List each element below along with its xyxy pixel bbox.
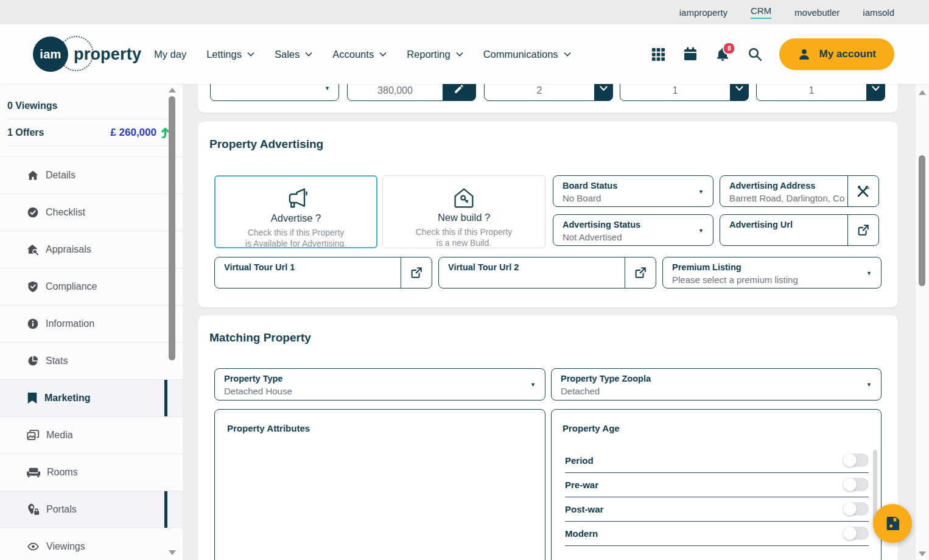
offers-amount: £ 260,000 — [110, 127, 156, 139]
premium-listing-dropdown[interactable]: Premium Listing Please select a premium … — [662, 257, 882, 289]
price-value: 380,000 — [348, 84, 443, 100]
open-virtual-tour-1-button[interactable] — [401, 257, 432, 288]
nav-lettings[interactable]: Lettings — [206, 49, 254, 60]
scroll-up-arrow-icon[interactable] — [169, 88, 176, 93]
scroll-down-arrow-icon[interactable] — [169, 550, 176, 555]
new-build-title: New build ? — [383, 212, 545, 223]
age-row-pre-war: Pre-war — [565, 472, 869, 497]
sidebar-item-marketing[interactable]: Marketing — [0, 380, 183, 417]
sidebar-item-media[interactable]: Media — [0, 417, 183, 454]
price-field[interactable]: 380,000 — [347, 84, 476, 101]
modern-toggle[interactable] — [843, 527, 869, 540]
bathrooms-field[interactable]: 1 — [620, 84, 749, 101]
advertise-checkbox-card[interactable]: Advertise ? Check this if this Property … — [214, 175, 377, 248]
advertising-address-field[interactable]: Advertising Address Barrett Road, Darlin… — [720, 175, 879, 207]
scroll-down-arrow-icon[interactable] — [919, 551, 926, 556]
topbar-link-iamsold[interactable]: iamsold — [863, 7, 894, 18]
collapsed-select-field[interactable]: ▼ — [210, 84, 339, 101]
advertising-status-dropdown[interactable]: Advertising Status Not Advertised ▼ — [553, 214, 713, 246]
external-link-icon — [634, 266, 647, 279]
nav-accounts[interactable]: Accounts — [332, 49, 387, 60]
nav-communications[interactable]: Communications — [483, 49, 571, 60]
map-pin-lock-icon — [27, 503, 40, 516]
sidebar-item-viewings[interactable]: Viewings — [0, 528, 183, 560]
house-search-icon — [27, 243, 39, 256]
virtual-tour-url-2-field[interactable]: Virtual Tour Url 2 — [438, 257, 656, 289]
user-icon — [798, 47, 811, 61]
nav-reporting[interactable]: Reporting — [407, 49, 463, 60]
stepper-dropdown-button[interactable] — [594, 84, 612, 100]
receptions-field[interactable]: 1 — [756, 84, 885, 101]
bedrooms-field[interactable]: 2 — [484, 84, 613, 101]
advertising-url-field[interactable]: Advertising Url — [720, 214, 879, 246]
section-title: Matching Property — [209, 331, 311, 345]
sidebar-menu: Details Checklist Appraisals Compliance … — [0, 156, 183, 560]
my-account-button[interactable]: My account — [779, 38, 894, 70]
pie-chart-icon — [27, 355, 39, 367]
shield-check-icon — [27, 281, 39, 293]
scroll-up-arrow-icon[interactable] — [919, 90, 926, 95]
offers-summary[interactable]: 1 Offers £ 260,000 — [7, 119, 169, 146]
sidebar-item-information[interactable]: Information — [0, 306, 183, 343]
main-nav: My day Lettings Sales Accounts Reporting… — [154, 24, 571, 84]
sidebar-item-compliance[interactable]: Compliance — [0, 268, 183, 306]
topbar-link-movebutler[interactable]: movebutler — [794, 7, 840, 18]
notification-badge: 8 — [723, 42, 735, 55]
iamproperty-logo[interactable]: iam property — [33, 37, 141, 72]
page-scrollbar-thumb[interactable] — [919, 155, 925, 286]
save-button[interactable] — [873, 504, 912, 543]
sidebar-item-rooms[interactable]: Rooms — [0, 454, 183, 491]
calendar-icon[interactable] — [682, 46, 698, 62]
external-link-icon — [410, 266, 423, 279]
sidebar-item-portals[interactable]: Portals — [0, 491, 183, 528]
app-header: iam property My day Lettings Sales Accou… — [0, 24, 929, 84]
apps-grid-icon[interactable] — [650, 46, 666, 62]
address-tools-button[interactable] — [847, 176, 878, 206]
chevron-down-icon — [305, 52, 312, 57]
house-key-icon — [383, 184, 545, 211]
crm-app: iamproperty CRM movebutler iamsold iam p… — [0, 0, 929, 560]
virtual-tour-url-1-field[interactable]: Virtual Tour Url 1 — [214, 257, 432, 289]
sidebar-item-appraisals[interactable]: Appraisals — [0, 231, 183, 268]
sidebar-scrollbar-thumb[interactable] — [169, 96, 175, 360]
header-actions: 8 My account — [650, 24, 894, 84]
topbar-link-crm[interactable]: CRM — [751, 5, 771, 19]
chevron-down-icon — [872, 86, 880, 91]
advertise-description: Check this if this Property is Available… — [216, 227, 376, 249]
logo-circle: iam — [33, 37, 68, 72]
top-bar: iamproperty CRM movebutler iamsold — [0, 0, 929, 24]
sidebar-item-stats[interactable]: Stats — [0, 343, 183, 380]
viewings-summary[interactable]: 0 Viewings — [7, 93, 169, 119]
section-title: Property Advertising — [209, 138, 323, 151]
property-type-zoopla-dropdown[interactable]: Property Type Zoopla Detached ▼ — [551, 368, 882, 401]
stepper-dropdown-button[interactable] — [730, 84, 748, 100]
sidebar-scrollbar[interactable] — [169, 84, 176, 560]
nav-my-day[interactable]: My day — [154, 49, 186, 60]
sidebar-item-checklist[interactable]: Checklist — [0, 194, 183, 231]
topbar-link-iamproperty[interactable]: iamproperty — [679, 7, 727, 18]
age-row-post-war: Post-war — [565, 497, 869, 522]
search-icon[interactable] — [747, 46, 763, 62]
post-war-toggle[interactable] — [843, 502, 869, 516]
logo-wordmark: property — [74, 45, 141, 64]
nav-sales[interactable]: Sales — [275, 49, 312, 60]
open-virtual-tour-2-button[interactable] — [625, 257, 656, 288]
eye-icon — [27, 541, 40, 553]
notifications-bell-icon[interactable]: 8 — [715, 46, 731, 62]
price-edit-button[interactable] — [443, 84, 475, 100]
open-url-button[interactable] — [847, 215, 878, 245]
stepper-dropdown-button[interactable] — [866, 84, 885, 100]
advertise-title: Advertise ? — [216, 212, 376, 224]
page-scrollbar[interactable] — [915, 84, 929, 560]
caret-down-icon: ▼ — [698, 228, 704, 234]
pre-war-toggle[interactable] — [843, 478, 869, 491]
sidebar-item-details[interactable]: Details — [0, 157, 183, 194]
period-toggle[interactable] — [843, 453, 869, 467]
info-icon — [27, 318, 39, 330]
board-status-dropdown[interactable]: Board Status No Board ▼ — [553, 175, 713, 207]
new-build-description: Check this if this Property is a new Bui… — [383, 226, 545, 248]
chevron-down-icon — [735, 86, 743, 91]
new-build-checkbox-card[interactable]: New build ? Check this if this Property … — [382, 175, 545, 248]
property-attributes-box: Property Attributes — [214, 409, 545, 560]
property-type-dropdown[interactable]: Property Type Detached House ▼ — [214, 368, 545, 401]
